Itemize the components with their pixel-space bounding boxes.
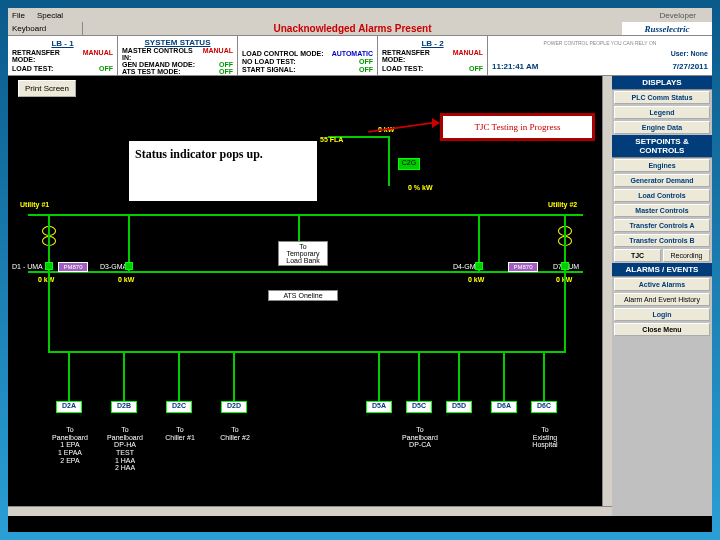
d2b-box[interactable]: D2B bbox=[111, 401, 137, 413]
login-button[interactable]: Login bbox=[614, 308, 710, 321]
arrow-head-icon bbox=[432, 118, 440, 128]
date-label: 7/27/2011 bbox=[672, 62, 708, 71]
breaker-icon[interactable] bbox=[45, 262, 53, 270]
lb1-loadtest-value: OFF bbox=[99, 65, 113, 72]
noload-value: OFF bbox=[359, 58, 373, 65]
master-label: MASTER CONTROLS IN: bbox=[122, 47, 203, 61]
loadctrl-value: AUTOMATIC bbox=[332, 50, 373, 57]
panelboard-1: To Panelboard 1 EPA 1 EPAA 2 EPA bbox=[50, 426, 90, 464]
alarm-header: Keyboard Unacknowledged Alarms Present R… bbox=[8, 22, 712, 36]
d2d-box[interactable]: D2D bbox=[221, 401, 247, 413]
d1-label: D1 - UMA bbox=[12, 263, 43, 270]
kw-d3: 0 kW bbox=[118, 276, 134, 283]
d5a-box[interactable]: D5A bbox=[366, 401, 392, 413]
c2g-box[interactable]: C2G bbox=[398, 158, 420, 170]
menu-developer[interactable]: Developer bbox=[660, 11, 696, 20]
noload-label: NO LOAD TEST: bbox=[242, 58, 296, 65]
user-label: User: None bbox=[492, 50, 708, 57]
close-menu-button[interactable]: Close Menu bbox=[614, 323, 710, 336]
transfer-b-button[interactable]: Transfer Controls B bbox=[614, 234, 710, 247]
existing-hospital: To Existing Hospital bbox=[523, 426, 567, 449]
load-controls-button[interactable]: Load Controls bbox=[614, 189, 710, 202]
utility1-label: Utility #1 bbox=[20, 201, 49, 208]
lb1-header: LB - 1 bbox=[12, 39, 113, 48]
lb2-header: LB - 2 bbox=[382, 39, 483, 48]
panelboard-5: To Panelboard DP-CA bbox=[400, 426, 440, 449]
master-value: MANUAL bbox=[203, 47, 233, 61]
lb1-loadtest-label: LOAD TEST: bbox=[12, 65, 53, 72]
lb2-retransfer-label: RETRANSFER MODE: bbox=[382, 49, 453, 63]
brand-logo: Russelectric bbox=[622, 22, 712, 35]
master-controls-button[interactable]: Master Controls bbox=[614, 204, 710, 217]
menu-special[interactable]: Special bbox=[37, 11, 63, 20]
horizontal-scrollbar[interactable] bbox=[8, 506, 612, 516]
menu-file[interactable]: File bbox=[12, 11, 25, 20]
alarm-history-button[interactable]: Alarm And Event History bbox=[614, 293, 710, 306]
print-screen-button[interactable]: Print Screen bbox=[18, 80, 76, 97]
ats-oneline-button[interactable]: ATS Oneline bbox=[268, 290, 338, 301]
tjc-status-popup: TJC Testing in Progress bbox=[440, 113, 595, 141]
loadctrl-label: LOAD CONTROL MODE: bbox=[242, 50, 324, 57]
tagline: POWER CONTROL PEOPLE YOU CAN RELY ON bbox=[492, 40, 708, 46]
recording-button[interactable]: Recording bbox=[663, 249, 710, 262]
transfer-a-button[interactable]: Transfer Controls A bbox=[614, 219, 710, 232]
vertical-scrollbar[interactable] bbox=[602, 76, 612, 506]
active-alarms-button[interactable]: Active Alarms bbox=[614, 278, 710, 291]
annotation-popup: Status indicator pops up. bbox=[128, 140, 318, 202]
time-label: 11:21:41 AM bbox=[492, 62, 538, 71]
panelboard-2: To Panelboard DP-HA TEST 1 HAA 2 HAA bbox=[105, 426, 145, 472]
lb1-retransfer-value: MANUAL bbox=[83, 49, 113, 63]
d2a-box[interactable]: D2A bbox=[56, 401, 82, 413]
lb2-loadtest-value: OFF bbox=[469, 65, 483, 72]
alarm-message: Unacknowledged Alarms Present bbox=[83, 22, 622, 35]
d3-label: D3-GMA bbox=[100, 263, 127, 270]
system-status-header: SYSTEM STATUS bbox=[122, 38, 233, 47]
gen-label: GEN DEMAND MODE: bbox=[122, 61, 195, 68]
displays-header: DISPLAYS bbox=[612, 76, 712, 90]
top-status-bar: LB - 1 RETRANSFER MODE:MANUAL LOAD TEST:… bbox=[8, 36, 712, 76]
plc-comm-button[interactable]: PLC Comm Status bbox=[614, 91, 710, 104]
breaker-icon[interactable] bbox=[125, 262, 133, 270]
alarms-header: ALARMS / EVENTS bbox=[612, 263, 712, 277]
tjc-button[interactable]: TJC bbox=[614, 249, 661, 262]
gen-value: OFF bbox=[219, 61, 233, 68]
chiller-1: To Chiller #1 bbox=[160, 426, 200, 441]
legend-button[interactable]: Legend bbox=[614, 106, 710, 119]
d2c-box[interactable]: D2C bbox=[166, 401, 192, 413]
setpoints-header: SETPOINTS & CONTROLS bbox=[612, 135, 712, 158]
pm870-box-2[interactable]: PM870 bbox=[508, 262, 538, 272]
loadbank-box: To Temporary Load Bank bbox=[278, 241, 328, 266]
generator-demand-button[interactable]: Generator Demand bbox=[614, 174, 710, 187]
lb2-loadtest-label: LOAD TEST: bbox=[382, 65, 423, 72]
kw-d1: 0 kW bbox=[38, 276, 54, 283]
fla-label: 55 FLA bbox=[320, 136, 343, 143]
breaker-icon[interactable] bbox=[475, 262, 483, 270]
ats-label: ATS TEST MODE: bbox=[122, 68, 181, 75]
d6c-box[interactable]: D6C bbox=[531, 401, 557, 413]
pm870-box[interactable]: PM870 bbox=[58, 262, 88, 272]
lb2-retransfer-value: MANUAL bbox=[453, 49, 483, 63]
sidebar: DISPLAYS PLC Comm Status Legend Engine D… bbox=[612, 76, 712, 516]
start-label: START SIGNAL: bbox=[242, 66, 296, 73]
d5d-box[interactable]: D5D bbox=[446, 401, 472, 413]
chiller-2: To Chiller #2 bbox=[215, 426, 255, 441]
ats-value: OFF bbox=[219, 68, 233, 75]
breaker-icon[interactable] bbox=[561, 262, 569, 270]
d6a-box[interactable]: D6A bbox=[491, 401, 517, 413]
kw-d4: 0 kW bbox=[468, 276, 484, 283]
keyboard-label: Keyboard bbox=[8, 22, 83, 35]
engine-data-button[interactable]: Engine Data bbox=[614, 121, 710, 134]
menu-bar: File Special Developer bbox=[8, 8, 712, 22]
engines-button[interactable]: Engines bbox=[614, 159, 710, 172]
utility2-label: Utility #2 bbox=[548, 201, 577, 208]
lb1-retransfer-label: RETRANSFER MODE: bbox=[12, 49, 83, 63]
kwpct-label: 0 % kW bbox=[408, 184, 433, 191]
d5c-box[interactable]: D5C bbox=[406, 401, 432, 413]
start-value: OFF bbox=[359, 66, 373, 73]
